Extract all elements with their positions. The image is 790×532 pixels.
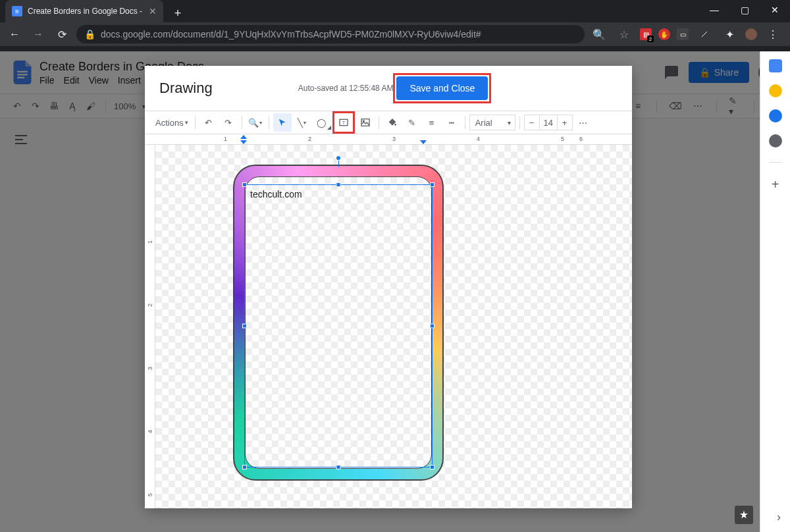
left-indent-marker[interactable] [240, 140, 247, 144]
keep-icon[interactable] [769, 84, 782, 97]
reload-button[interactable]: ⟳ [53, 25, 71, 43]
textbox-tool-icon[interactable]: T [334, 113, 353, 132]
svg-point-10 [394, 124, 396, 126]
rotate-handle[interactable] [336, 155, 341, 161]
new-tab-button[interactable]: + [169, 4, 187, 22]
vertical-ruler[interactable]: 1 2 3 4 5 [145, 145, 155, 508]
url-text: docs.google.com/document/d/1_9YUqHxlXvYm… [101, 29, 481, 40]
image-tool-icon[interactable] [356, 113, 375, 132]
window-maximize[interactable]: ▢ [729, 0, 760, 20]
resize-handle-sw[interactable] [242, 465, 247, 469]
ext-more-icon[interactable]: ⟋ [695, 25, 714, 43]
pip-ext-icon[interactable]: ▭ [677, 28, 689, 40]
docs-favicon-icon: ≡ [12, 6, 22, 16]
save-and-close-button[interactable]: Save and Close [396, 76, 488, 100]
horizontal-ruler[interactable]: 1 2 3 4 5 6 [145, 134, 632, 145]
browser-tab[interactable]: ≡ Create Borders in Google Docs - ✕ [5, 0, 163, 22]
resize-handle-nw[interactable] [242, 182, 247, 187]
textbox-text[interactable]: techcult.com [245, 185, 432, 203]
window-close[interactable]: ✕ [760, 0, 790, 20]
tasks-icon[interactable] [769, 109, 782, 122]
drawing-toolbar: Actions▾ ↶ ↷ 🔍▾ ╲▾ ◯◢ T ✎ ≡ ┅ Arial − [145, 111, 632, 134]
explore-button[interactable] [735, 506, 753, 524]
zoom-icon[interactable]: 🔍 [590, 25, 608, 43]
textbox-tool-highlight: T [332, 111, 355, 134]
svg-text:T: T [342, 120, 345, 126]
autosave-status: Auto-saved at 12:55:48 AM [298, 84, 394, 93]
actions-menu[interactable]: Actions▾ [153, 118, 191, 128]
divider [769, 162, 782, 163]
bookmark-icon[interactable]: ☆ [615, 25, 633, 43]
address-bar[interactable]: 🔒 docs.google.com/document/d/1_9YUqHxlXv… [76, 25, 585, 43]
add-panel-icon[interactable]: + [772, 177, 779, 192]
back-button[interactable]: ← [5, 25, 24, 43]
line-tool-icon[interactable]: ╲▾ [293, 113, 311, 132]
window-minimize[interactable]: — [699, 0, 729, 20]
profile-avatar[interactable] [745, 28, 757, 40]
resize-handle-ne[interactable] [430, 182, 434, 187]
side-panel: + [760, 51, 790, 532]
more-options-icon[interactable]: ⋯ [574, 113, 592, 132]
resize-handle-s[interactable] [336, 465, 341, 469]
todoist-ext-icon[interactable]: ▤2 [640, 28, 652, 40]
right-indent-marker[interactable] [420, 140, 427, 144]
address-row: ← → ⟳ 🔒 docs.google.com/document/d/1_9YU… [0, 22, 790, 46]
resize-handle-n[interactable] [336, 182, 341, 187]
font-family-select[interactable]: Arial [469, 115, 515, 130]
resize-handle-e[interactable] [430, 324, 434, 329]
lock-icon: 🔒 [84, 29, 95, 40]
drawing-canvas[interactable]: techcult.com [155, 145, 632, 508]
drawing-modal: Drawing Auto-saved at 12:55:48 AM Save a… [145, 66, 632, 508]
tab-title: Create Borders in Google Docs - [28, 7, 142, 16]
undo-icon[interactable]: ↶ [199, 113, 218, 132]
calendar-icon[interactable] [769, 59, 782, 72]
contacts-icon[interactable] [769, 134, 782, 147]
tab-strip: ≡ Create Borders in Google Docs - ✕ + [0, 0, 790, 22]
textbox-shape[interactable]: techcult.com [244, 184, 433, 467]
adblock-ext-icon[interactable]: ✋ [658, 28, 670, 40]
resize-handle-se[interactable] [430, 465, 434, 469]
drawing-title: Drawing [159, 80, 213, 97]
side-panel-expand-icon[interactable]: › [777, 510, 781, 524]
chrome-menu-icon[interactable]: ⋮ [764, 25, 782, 43]
font-size-decrease[interactable]: − [525, 118, 539, 128]
resize-handle-w[interactable] [242, 324, 247, 329]
extensions-icon[interactable]: ✦ [720, 25, 739, 43]
fill-color-icon[interactable] [383, 113, 402, 132]
border-weight-icon[interactable]: ≡ [423, 113, 441, 132]
border-dash-icon[interactable]: ┅ [442, 113, 461, 132]
save-close-highlight: Save and Close [393, 73, 491, 103]
redo-icon[interactable]: ↷ [219, 113, 238, 132]
first-line-indent-marker[interactable] [240, 135, 247, 139]
shape-tool-icon[interactable]: ◯◢ [313, 113, 331, 132]
forward-button[interactable]: → [29, 25, 47, 43]
font-size-increase[interactable]: + [558, 118, 572, 128]
font-size-input[interactable]: − 14 + [524, 115, 573, 130]
zoom-icon[interactable]: 🔍▾ [246, 113, 265, 132]
tab-close-icon[interactable]: ✕ [149, 6, 157, 16]
select-tool-icon[interactable] [273, 113, 292, 132]
border-color-icon[interactable]: ✎ [403, 113, 421, 132]
